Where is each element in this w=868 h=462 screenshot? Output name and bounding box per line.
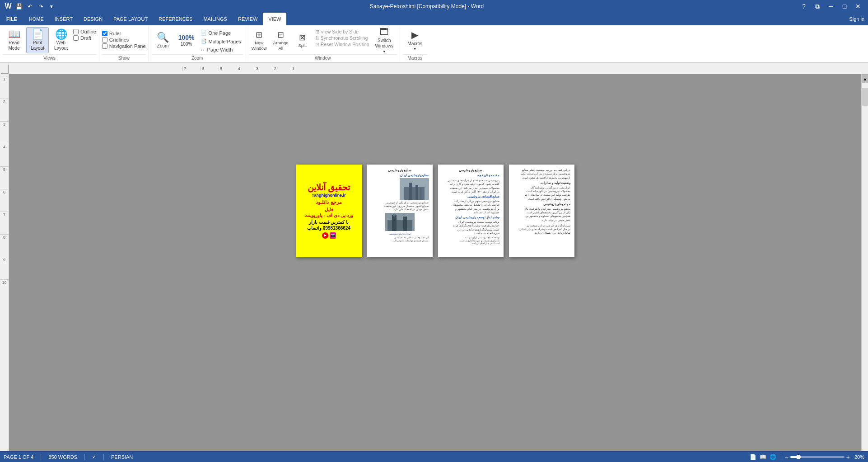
read-mode-button[interactable]: 📖 Read Mode [3,27,25,53]
undo-qat-button[interactable]: ↶ [25,2,34,11]
help-button[interactable]: ? [798,0,810,13]
page4-text2: ایران یکی از بزرگترین تولیدکنندگان محصول… [513,186,571,201]
synchronous-scrolling-label: Synchronous Scrolling [321,35,368,41]
tab-home[interactable]: HOME [23,13,49,25]
reset-window-label: Reset Window Position [321,42,369,47]
save-qat-button[interactable]: 💾 [14,2,23,11]
ribbon-group-zoom: 🔍 Zoom 100% 100% 📄 One Page 📑 [149,26,246,61]
split-icon: ⊠ [299,33,306,42]
tab-mailings[interactable]: MAILINGS [198,13,233,25]
page3-text3: برنامه توسعه صنعت پتروشیمی ایران افزایش … [442,220,500,235]
split-button[interactable]: ⊠ Split [292,27,313,53]
ruler-area: 7 6 5 4 3 2 1 [0,63,868,74]
vertical-scrollbar[interactable]: ▲ [861,74,868,451]
ruler-corner[interactable] [0,63,9,74]
svg-rect-2 [409,183,412,200]
outline-checkbox[interactable] [73,29,79,34]
scrollbar-thumb[interactable] [862,88,868,106]
title-bar-controls: ? ⧉ ─ □ ✕ [798,0,864,13]
view-side-by-side-button[interactable]: ⊞ View Side by Side [314,28,371,35]
switch-windows-button[interactable]: 🗔 SwitchWindows ▼ [372,27,397,53]
outline-label: Outline [80,29,96,34]
page1-icons: ▶ 📷 [322,232,336,239]
ruler-num-2: 2 [273,66,291,71]
navigation-pane-checkbox[interactable] [102,43,107,49]
ruler-num-3: 3 [255,66,273,71]
arrange-all-label: ArrangeAll [273,40,289,51]
web-layout-button[interactable]: 🌐 WebLayout [50,27,72,53]
new-window-button[interactable]: ⊞ NewWindow [249,27,270,53]
scrollbar-up-arrow[interactable]: ▲ [862,74,868,83]
gridlines-check[interactable]: Gridlines [102,37,146,42]
gridlines-label: Gridlines [109,37,129,42]
new-window-label: NewWindow [252,40,267,51]
redo-qat-button[interactable]: ↷ [36,2,45,11]
sign-in-button[interactable]: Sign in [845,13,868,25]
ruler-checkbox[interactable] [102,31,107,36]
zoom-button[interactable]: 🔍 Zoom [152,27,174,53]
v-ruler-4: 4 [0,144,9,166]
macros-button[interactable]: ▶ Macros ▼ [403,27,427,53]
arrange-all-button[interactable]: ⊟ ArrangeAll [271,27,291,53]
multiple-pages-label: Multiple Pages [209,39,241,44]
show-content: Ruler Gridlines Navigation Pane [102,27,146,53]
show-checks: Ruler Gridlines Navigation Pane [102,27,146,49]
ruler-corner-icon [0,63,9,74]
one-page-label: One Page [209,30,231,36]
page2-text1: صنایع پتروشیمی ایران یکی از مهمترین صنای… [371,201,429,212]
status-sep-2 [84,454,85,460]
customize-qat-button[interactable]: ▼ [47,2,56,11]
switch-windows-label: SwitchWindows [375,38,393,49]
page3-text2: صنایع پتروشیمی سهم بزرگی از صادرات غیرنف… [442,199,500,214]
horizontal-ruler: 7 6 5 4 3 2 1 [9,63,868,74]
maximize-button[interactable]: □ [838,0,851,13]
synchronous-scrolling-icon: ⇅ [315,35,319,41]
print-layout-button[interactable]: 📄 PrintLayout [26,27,49,53]
gridlines-checkbox[interactable] [102,37,107,42]
multiple-pages-button[interactable]: 📑 Multiple Pages [199,38,243,45]
ruler-check[interactable]: Ruler [102,31,146,36]
close-button[interactable]: ✕ [852,0,864,13]
tab-view[interactable]: VIEW [263,13,286,25]
industrial-image-2 [385,213,415,231]
language-item[interactable]: PERSIAN [111,454,133,460]
window-content: ⊞ NewWindow ⊟ ArrangeAll ⊠ Split ⊞ [249,27,397,53]
zoom-100-button[interactable]: 100% 100% [175,27,198,53]
read-mode-view-icon[interactable]: 📖 [759,453,767,461]
one-page-button[interactable]: 📄 One Page [199,29,243,37]
tab-file[interactable]: FILE [0,13,23,25]
tab-references[interactable]: REFERENCES [153,13,198,25]
page3-blue1: مقدمه و تاریخچه [442,174,500,177]
tab-design[interactable]: DESIGN [78,13,108,25]
outline-check[interactable]: Outline [73,29,96,34]
minimize-button[interactable]: ─ [825,0,837,13]
page2-caption: نمای کارخانه پتروشیمی [371,232,429,235]
draft-checkbox[interactable] [73,35,79,41]
v-ruler-5: 5 [0,166,9,189]
navigation-pane-check[interactable]: Navigation Pane [102,43,146,49]
zoom-minus-button[interactable]: − [785,453,789,461]
page-width-button[interactable]: ↔ Page Width [199,46,243,53]
zoom-plus-button[interactable]: + [846,453,850,461]
title-bar-left: W 💾 ↶ ↷ ▼ [4,2,56,11]
proofing-icon-item[interactable]: ✓ [92,454,96,460]
reset-window-position-button[interactable]: ⊡ Reset Window Position [314,41,371,47]
page-1: تحقیق آنلاین Tahghighonline.ir مرجع دانل… [296,165,362,257]
tab-review[interactable]: REVIEW [233,13,263,25]
proofing-icon: ✓ [92,454,96,460]
document-area[interactable]: تحقیق آنلاین Tahghighonline.ir مرجع دانل… [9,74,861,451]
zoom-slider[interactable] [790,456,845,458]
status-bar-right: 📄 📖 🌐 − + 20% [749,453,864,461]
synchronous-scrolling-button[interactable]: ⇅ Synchronous Scrolling [314,35,371,41]
switch-windows-icon: 🗔 [380,27,389,37]
reset-window-icon: ⊡ [315,42,319,47]
draft-check[interactable]: Draft [73,35,96,41]
tab-insert[interactable]: INSERT [49,13,78,25]
restore-button[interactable]: ⧉ [811,0,824,13]
web-view-icon[interactable]: 🌐 [769,453,777,461]
app-container: W 💾 ↶ ↷ ▼ Sanaye-Petroshimi [Compatibili… [0,0,868,462]
v-ruler-10: 10 [0,279,9,302]
svg-rect-3 [415,185,418,200]
print-layout-view-icon[interactable]: 📄 [749,453,757,461]
tab-page-layout[interactable]: PAGE LAYOUT [108,13,153,25]
